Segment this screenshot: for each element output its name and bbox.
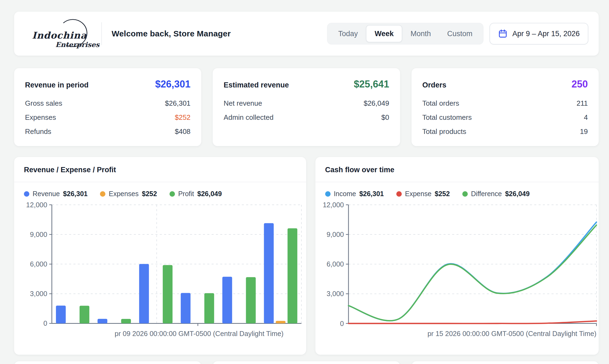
stat-card-value: 250 (572, 79, 588, 90)
store-logo: Indochina Enterprises (32, 17, 90, 51)
welcome-title: Welcome back, Store Manager (112, 29, 231, 38)
legend-item-expenses: Expenses $252 (100, 190, 157, 198)
date-range-label: Apr 9 – Apr 15, 2026 (512, 30, 580, 38)
tab-month[interactable]: Month (402, 25, 439, 42)
chart-title: Revenue / Expense / Profit (24, 166, 116, 174)
header-right: Today Week Month Custom Apr 9 – Apr 15, … (327, 23, 588, 45)
stat-card-value: $25,641 (354, 79, 389, 90)
svg-text:9,000: 9,000 (30, 231, 47, 238)
header-card: Indochina Enterprises Welcome back, Stor… (14, 12, 599, 56)
stat-row-gross-sales: Gross sales $26,301 (25, 99, 190, 113)
bar-chart: 03,0006,0009,00012,000pr 09 2026 00:00:0… (14, 200, 306, 344)
stat-row-value: $252 (175, 113, 190, 122)
legend-item-revenue: Revenue $26,301 (24, 190, 87, 198)
stat-row-admin-collected: Admin collected $0 (224, 113, 389, 127)
stat-row-value: $0 (381, 113, 389, 122)
stat-row-label: Expenses (25, 113, 56, 122)
stat-row-value: $26,301 (165, 99, 190, 108)
stat-card-title: Estimated revenue (224, 81, 289, 89)
svg-text:3,000: 3,000 (30, 290, 47, 297)
stat-row-label: Gross sales (25, 99, 62, 108)
stat-row-label: Total orders (422, 99, 459, 108)
header-left: Indochina Enterprises Welcome back, Stor… (32, 17, 231, 51)
svg-text:pr 09 2026 00:00:00 GMT-0500 (: pr 09 2026 00:00:00 GMT-0500 (Central Da… (115, 330, 284, 337)
legend-dot-icon (462, 191, 468, 197)
bottom-row (14, 361, 599, 364)
tab-custom[interactable]: Custom (439, 25, 481, 42)
svg-text:9,000: 9,000 (327, 231, 344, 238)
stat-row-label: Admin collected (224, 113, 274, 122)
charts-row: Revenue / Expense / Profit Revenue $26,3… (14, 157, 599, 355)
legend-item-profit: Profit $26,049 (169, 190, 222, 198)
stat-row-total-orders: Total orders 211 (422, 99, 588, 113)
svg-text:12,000: 12,000 (323, 201, 344, 209)
header-divider (101, 22, 102, 45)
legend-dot-icon (325, 191, 331, 197)
svg-text:0: 0 (43, 319, 47, 327)
stat-row-value: 211 (577, 99, 588, 108)
bottom-card-stub (213, 361, 400, 364)
svg-text:6,000: 6,000 (327, 260, 344, 268)
svg-text:12,000: 12,000 (26, 201, 47, 209)
calendar-icon (498, 29, 507, 38)
chart-title: Cash flow over time (325, 166, 394, 174)
legend-dot-icon (396, 191, 402, 197)
chart-card-cash-flow: Cash flow over time Income $26,301 Expen… (315, 157, 599, 355)
stat-row-label: Total customers (422, 113, 472, 122)
logo-text-line2: Enterprises (55, 41, 99, 49)
legend-dot-icon (100, 191, 105, 197)
period-tab-group: Today Week Month Custom (327, 23, 484, 45)
legend-item-expense: Expense $252 (396, 190, 450, 198)
stat-card-title: Orders (422, 81, 447, 89)
stat-card-orders: Orders 250 Total orders 211 Total custom… (412, 68, 599, 146)
legend-item-income: Income $26,301 (325, 190, 384, 198)
stat-row-label: Total products (422, 127, 466, 136)
stat-row-label: Refunds (25, 127, 51, 136)
stat-card-revenue-in-period: Revenue in period $26,301 Gross sales $2… (14, 68, 201, 146)
stat-row-value: 19 (580, 127, 588, 136)
stat-row-value: $408 (175, 127, 190, 136)
bottom-card-stub (412, 361, 599, 364)
stats-row: Revenue in period $26,301 Gross sales $2… (14, 68, 599, 146)
stat-card-value: $26,301 (155, 79, 190, 90)
stat-row-total-products: Total products 19 (422, 127, 588, 142)
svg-text:6,000: 6,000 (30, 260, 47, 268)
stat-row-total-customers: Total customers 4 (422, 113, 588, 127)
svg-text:3,000: 3,000 (327, 290, 344, 297)
dashboard-page: Indochina Enterprises Welcome back, Stor… (0, 0, 609, 364)
stat-row-net-revenue: Net revenue $26,049 (224, 99, 389, 113)
svg-text:0: 0 (340, 320, 344, 327)
legend-dot-icon (169, 191, 175, 197)
legend-dot-icon (24, 191, 29, 197)
stat-card-title: Revenue in period (25, 81, 89, 89)
date-range-picker[interactable]: Apr 9 – Apr 15, 2026 (489, 23, 588, 45)
line-chart: 03,0006,0009,00012,000pr 15 2026 00:00:0… (315, 200, 599, 344)
chart-card-revenue-expense-profit: Revenue / Expense / Profit Revenue $26,3… (14, 157, 306, 355)
logo-text-line1: Indochina (32, 30, 87, 41)
tab-today[interactable]: Today (330, 25, 366, 42)
legend-item-difference: Difference $26,049 (462, 190, 530, 198)
stat-row-refunds: Refunds $408 (25, 127, 190, 142)
stat-card-estimated-revenue: Estimated revenue $25,641 Net revenue $2… (213, 68, 400, 146)
bottom-card-stub (14, 361, 201, 364)
stat-row-expenses: Expenses $252 (25, 113, 190, 127)
stat-row-label: Net revenue (224, 99, 262, 108)
chart-legend: Revenue $26,301 Expenses $252 Profit $26… (14, 182, 306, 198)
tab-week[interactable]: Week (366, 25, 402, 42)
chart-legend: Income $26,301 Expense $252 Difference $… (315, 182, 599, 198)
svg-text:pr 15 2026 00:00:00 GMT-0500 (: pr 15 2026 00:00:00 GMT-0500 (Central Da… (427, 330, 596, 337)
stat-row-value: $26,049 (364, 99, 389, 108)
stat-row-value: 4 (584, 113, 588, 122)
